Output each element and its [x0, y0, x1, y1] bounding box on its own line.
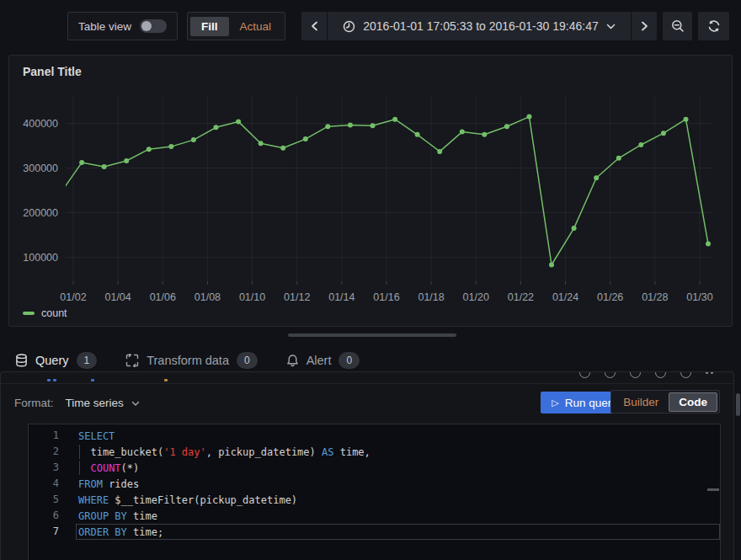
line-number: 5	[29, 492, 59, 508]
query-row-header-clipped	[1, 372, 733, 384]
format-label: Format:	[14, 397, 54, 409]
code-line-content: SELECT	[76, 428, 720, 444]
code-token: GROUP	[78, 510, 109, 522]
tab-badge: 1	[77, 352, 98, 369]
grafana-panel-editor: Table view Fill Actual 2016-01-01 17:05:…	[0, 0, 741, 560]
chart-point	[661, 131, 666, 136]
chart-point	[460, 130, 465, 135]
magnifier-minus-icon	[671, 19, 685, 33]
chart-point	[214, 125, 219, 130]
play-icon: ▷	[552, 398, 558, 408]
clipped-text-fragment	[53, 379, 56, 381]
x-axis-tick-label: 01/02	[60, 291, 86, 303]
code-token: FROM	[78, 478, 103, 490]
y-axis-tick-label: 200000	[23, 207, 58, 219]
chart-svg: 10000020000030000040000001/0201/0401/060…	[9, 56, 733, 328]
tab-badge: 0	[237, 352, 258, 369]
x-axis-tick-label: 01/28	[642, 291, 668, 303]
chart-point	[482, 132, 487, 137]
code-mode-option[interactable]: Code	[669, 392, 717, 412]
code-token: time;	[127, 526, 163, 538]
sql-code-editor[interactable]: 1SELECT2 time_bucket('1 day', pickup_dat…	[28, 424, 721, 560]
tab-badge: 0	[339, 352, 360, 369]
table-view-label: Table view	[78, 20, 131, 33]
chart-point	[57, 192, 62, 197]
chart-point	[124, 158, 129, 163]
format-select[interactable]: Time series	[66, 395, 140, 410]
time-range-forward-button[interactable]	[632, 12, 657, 40]
code-token: BY	[115, 510, 126, 522]
tab-label: Query	[35, 354, 69, 367]
actual-option[interactable]: Actual	[229, 17, 283, 36]
query-row-action-icon[interactable]	[605, 372, 616, 378]
line-number: 2	[29, 444, 59, 460]
legend-item-count[interactable]: count	[23, 307, 67, 319]
query-row-action-icon[interactable]	[630, 372, 641, 378]
size-mode-group: Fill Actual	[187, 12, 285, 40]
database-icon	[15, 354, 28, 367]
fill-option[interactable]: Fill	[190, 17, 229, 36]
code-line[interactable]: 4FROM rides	[29, 476, 720, 492]
refresh-icon[interactable]	[698, 12, 729, 40]
chevron-down-icon	[606, 24, 616, 29]
table-view-toggle[interactable]	[140, 19, 167, 33]
code-line-content: COUNT(*)	[76, 460, 720, 476]
chart-point	[572, 226, 577, 231]
chart-point	[594, 175, 599, 180]
x-axis-tick-label: 01/04	[104, 291, 131, 303]
drag-dots-icon[interactable]	[706, 372, 713, 374]
x-axis-tick-label: 01/06	[150, 291, 176, 303]
builder-mode-option[interactable]: Builder	[613, 392, 669, 412]
query-row-action-icon[interactable]	[680, 372, 691, 378]
code-line[interactable]: 1SELECT	[29, 428, 720, 444]
x-axis-tick-label: 01/18	[418, 291, 444, 303]
line-number: 7	[29, 524, 59, 540]
toggle-knob-icon	[141, 21, 152, 31]
time-range-picker-button[interactable]: 2016-01-01 17:05:33 to 2016-01-30 19:46:…	[328, 12, 631, 40]
x-axis-tick-label: 01/24	[552, 291, 578, 303]
overview-ruler-marker	[707, 488, 719, 491]
time-range-back-button[interactable]	[301, 12, 327, 40]
series-count	[57, 115, 712, 268]
code-line-content: time_bucket('1 day', pickup_datetime) AS…	[76, 444, 720, 460]
query-options-row: Format: Time series ▷ Run query Builder …	[1, 386, 733, 419]
panel-resize-handle[interactable]	[288, 333, 456, 337]
chart-point	[168, 144, 173, 149]
chart-point	[259, 141, 264, 146]
code-line[interactable]: 3 COUNT(*)	[29, 460, 720, 476]
legend-swatch-icon	[23, 312, 35, 315]
zoom-out-button[interactable]	[663, 12, 692, 40]
code-token: BY	[115, 526, 126, 538]
query-row-action-icon[interactable]	[655, 372, 666, 378]
clipped-text-fragment	[164, 379, 168, 381]
code-line[interactable]: 7ORDER BY time;	[29, 524, 720, 540]
line-number: 3	[29, 460, 59, 476]
chart-point	[325, 124, 330, 129]
top-toolbar: Table view Fill Actual 2016-01-01 17:05:…	[0, 0, 741, 52]
table-view-control: Table view	[67, 12, 178, 40]
code-token: (*)	[121, 462, 140, 474]
code-line[interactable]: 6GROUP BY time	[29, 508, 720, 524]
code-token: AS	[322, 446, 333, 458]
run-query-label: Run query	[565, 397, 617, 409]
x-axis-tick-label: 01/14	[328, 291, 355, 303]
code-line[interactable]: 5WHERE $__timeFilter(pickup_datetime)	[29, 492, 720, 508]
line-number: 6	[29, 508, 59, 524]
editor-mode-group: Builder Code	[610, 390, 720, 413]
code-line[interactable]: 2 time_bucket('1 day', pickup_datetime) …	[29, 444, 720, 460]
x-axis-tick-label: 01/16	[373, 291, 399, 303]
chart-point	[191, 137, 196, 142]
chart-point	[370, 123, 376, 128]
chart-panel[interactable]: 10000020000030000040000001/0201/0401/060…	[8, 55, 733, 327]
line-number: 4	[29, 476, 59, 492]
x-axis-tick-label: 01/26	[597, 291, 623, 303]
y-axis-tick-label: 300000	[23, 163, 58, 174]
query-row-action-icon[interactable]	[579, 372, 590, 378]
chart-point	[527, 115, 532, 120]
chart-point	[102, 164, 107, 169]
chart-point	[638, 142, 643, 147]
chart-point	[348, 123, 353, 128]
chevron-right-icon	[641, 21, 648, 31]
bell-icon	[286, 354, 299, 367]
page-scrollbar[interactable]	[736, 393, 740, 416]
